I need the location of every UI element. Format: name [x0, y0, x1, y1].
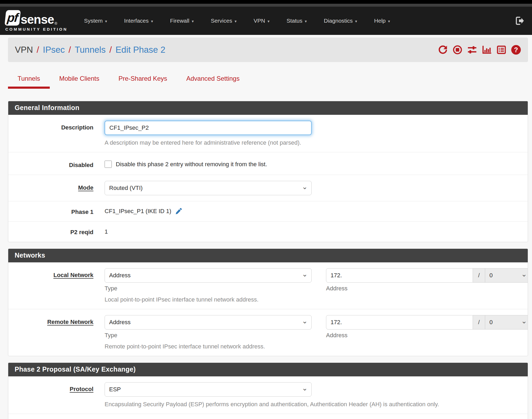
- phase1-row: Phase 1 CF1_IPsec_P1 (IKE ID 1): [8, 201, 528, 222]
- top-navbar: pf sense ® COMMUNITY EDITION System▾ Int…: [0, 7, 532, 35]
- local-network-row: Local Network Address ⌄ Type / 0: [8, 262, 528, 309]
- disabled-checkbox[interactable]: [105, 161, 112, 168]
- breadcrumb-link-tunnels[interactable]: Tunnels: [75, 45, 106, 55]
- log-list-icon[interactable]: [496, 45, 506, 55]
- chevron-down-icon: ⌄: [302, 318, 308, 324]
- chevron-down-icon: ▾: [267, 18, 270, 24]
- breadcrumb-separator: /: [109, 45, 112, 55]
- local-type-col: Address ⌄ Type: [105, 268, 312, 292]
- mode-select[interactable]: Routed (VTI) ⌄: [105, 181, 312, 195]
- chevron-down-icon: ⌄: [521, 318, 527, 324]
- ipsec-tabs: Tunnels Mobile Clients Pre-Shared Keys A…: [8, 75, 532, 89]
- window-top-strip: [0, 0, 532, 4]
- disabled-label: Disabled: [8, 158, 93, 169]
- protocol-label: Protocol: [8, 382, 93, 408]
- nav-item-services[interactable]: Services▾: [202, 18, 245, 24]
- disabled-row: Disabled Disable this phase 2 entry with…: [8, 152, 528, 175]
- local-network-label: Local Network: [8, 268, 93, 303]
- phase1-label: Phase 1: [8, 207, 93, 216]
- chevron-down-icon: ⌄: [302, 183, 308, 190]
- disabled-checkbox-label: Disable this phase 2 entry without remov…: [116, 161, 267, 168]
- breadcrumb-root: VPN: [15, 45, 33, 55]
- chevron-down-icon: ▾: [305, 18, 307, 24]
- protocol-help: Encapsulating Security Payload (ESP) per…: [105, 401, 525, 408]
- chevron-down-icon: ▾: [388, 18, 390, 24]
- description-input[interactable]: [105, 121, 312, 135]
- nav-item-status[interactable]: Status▾: [278, 18, 315, 24]
- mode-row: Mode Routed (VTI) ⌄: [8, 175, 528, 201]
- local-address-input[interactable]: [326, 268, 473, 283]
- remote-network-label: Remote Network: [8, 315, 93, 350]
- remote-network-type-select[interactable]: Address ⌄: [105, 315, 312, 329]
- local-type-caption: Type: [105, 285, 312, 292]
- remote-address-caption: Address: [326, 332, 528, 339]
- remote-network-help: Remote point-to-point IPsec interface tu…: [105, 343, 528, 350]
- nav-item-help[interactable]: Help▾: [366, 18, 399, 24]
- tab-advanced-settings[interactable]: Advanced Settings: [177, 75, 249, 89]
- breadcrumb-link-edit-phase-2[interactable]: Edit Phase 2: [116, 45, 165, 55]
- protocol-row: Protocol ESP ⌄ Encapsulating Security Pa…: [8, 376, 528, 414]
- chevron-down-icon: ⌄: [521, 271, 527, 278]
- section-title-general-information: General Information: [8, 101, 528, 115]
- nav-item-system[interactable]: System▾: [76, 18, 116, 24]
- section-title-networks: Networks: [8, 249, 528, 262]
- breadcrumb-panel: VPN / IPsec / Tunnels / Edit Phase 2: [8, 38, 528, 62]
- phase2-proposal-panel: Phase 2 Proposal (SA/Key Exchange) Proto…: [8, 363, 528, 419]
- local-slash-addon: /: [473, 268, 485, 283]
- brand-sense-text: sense: [20, 13, 54, 26]
- chevron-down-icon: ▾: [234, 18, 237, 24]
- remote-slash-addon: /: [473, 315, 485, 329]
- remote-type-col: Address ⌄ Type: [105, 315, 312, 339]
- tab-pre-shared-keys[interactable]: Pre-Shared Keys: [109, 75, 177, 89]
- breadcrumb-link-ipsec[interactable]: IPsec: [43, 45, 65, 55]
- nav-item-diagnostics[interactable]: Diagnostics▾: [315, 18, 366, 24]
- nav-menu: System▾ Interfaces▾ Firewall▾ Services▾ …: [76, 18, 515, 24]
- description-row: Description A description may be entered…: [8, 115, 528, 152]
- sliders-icon[interactable]: [467, 45, 477, 55]
- tab-mobile-clients[interactable]: Mobile Clients: [50, 75, 109, 89]
- chevron-down-icon: ▾: [105, 18, 107, 24]
- protocol-select[interactable]: ESP ⌄: [105, 382, 312, 397]
- local-address-col: / 0 ⌄ Address: [326, 268, 528, 292]
- pfsense-logo[interactable]: pf sense ® COMMUNITY EDITION: [5, 10, 68, 31]
- mode-label: Mode: [8, 181, 93, 195]
- remote-address-col: / 0 ⌄ Address: [326, 315, 528, 339]
- stop-service-icon[interactable]: [452, 45, 463, 55]
- remote-type-caption: Type: [105, 332, 312, 339]
- pf-badge: pf: [5, 10, 21, 26]
- bar-chart-icon[interactable]: [482, 45, 492, 55]
- chevron-down-icon: ▾: [192, 18, 194, 24]
- remote-prefix-select[interactable]: 0 ⌄: [485, 315, 528, 329]
- help-glyph: ?: [511, 45, 521, 55]
- chevron-down-icon: ▾: [151, 18, 153, 24]
- local-prefix-select[interactable]: 0 ⌄: [485, 268, 528, 283]
- window-sub-strip: [0, 4, 532, 7]
- nav-item-vpn[interactable]: VPN▾: [245, 18, 278, 24]
- p2reqid-row: P2 reqid 1: [8, 221, 528, 242]
- help-icon[interactable]: ?: [511, 45, 521, 55]
- chevron-down-icon: ▾: [355, 18, 357, 24]
- refresh-icon[interactable]: [438, 45, 448, 55]
- brand-edition-text: COMMUNITY EDITION: [5, 27, 68, 31]
- general-information-panel: General Information Description A descri…: [8, 101, 528, 242]
- section-title-phase2-proposal: Phase 2 Proposal (SA/Key Exchange): [8, 363, 528, 376]
- sign-out-icon[interactable]: [515, 16, 525, 26]
- phase1-value: CF1_IPsec_P1 (IKE ID 1): [105, 208, 171, 215]
- local-network-help: Local point-to-point IPsec interface tun…: [105, 296, 528, 303]
- chevron-down-icon: ⌄: [302, 385, 308, 392]
- description-help: A description may be entered here for ad…: [105, 139, 525, 146]
- registered-mark: ®: [55, 21, 57, 26]
- p2reqid-label: P2 reqid: [8, 227, 93, 236]
- breadcrumb-separator: /: [37, 45, 39, 55]
- p2reqid-value: 1: [105, 228, 108, 235]
- local-address-caption: Address: [326, 285, 528, 292]
- local-network-type-select[interactable]: Address ⌄: [105, 268, 312, 283]
- nav-item-firewall[interactable]: Firewall▾: [162, 18, 202, 24]
- nav-item-interfaces[interactable]: Interfaces▾: [116, 18, 162, 24]
- remote-address-input[interactable]: [326, 315, 473, 329]
- encryption-aes-row: Encryption Algorithms AES 256 bits ⌄: [8, 414, 528, 419]
- tab-tunnels[interactable]: Tunnels: [8, 75, 50, 89]
- edit-pencil-icon[interactable]: [175, 207, 183, 215]
- breadcrumb-separator: /: [69, 45, 71, 55]
- breadcrumb: VPN / IPsec / Tunnels / Edit Phase 2: [15, 45, 165, 55]
